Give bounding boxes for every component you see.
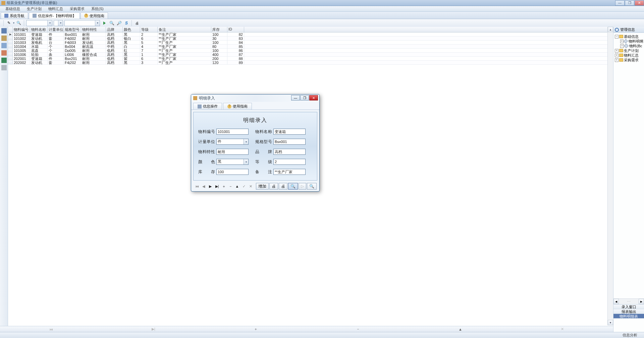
refresh-icon[interactable]: S [123, 20, 129, 26]
dialog-minimize-button[interactable]: ― [291, 95, 300, 100]
rb-input-window[interactable]: 录入窗口 [613, 305, 644, 309]
scroll-down-icon[interactable]: ▼ [608, 320, 613, 325]
restore-button[interactable]: ❐ [625, 0, 634, 6]
combo-unit[interactable]: 件▾ [216, 139, 249, 145]
col-feature[interactable]: 物料特性 [81, 27, 106, 32]
table-row[interactable]: 202002发动机套F4j202耐用高档黑3**厂生产12089 [8, 61, 613, 65]
dialog-titlebar[interactable]: 明细录入 ― ❐ ✕ [191, 94, 319, 102]
input-remark[interactable] [273, 169, 306, 175]
search-icon[interactable]: 🔍 [109, 20, 115, 26]
rail-tile-icon[interactable] [1, 36, 7, 41]
collapse-icon[interactable]: − [615, 35, 619, 39]
table-row[interactable]: 101004水箱个Bx004耐高温中档白4**生产厂家8085 [8, 45, 613, 49]
nav-prev-icon[interactable]: ▶| [152, 327, 155, 331]
col-material-name[interactable]: 物料名称 [30, 27, 48, 32]
tree-h-scrollbar[interactable]: ◀ ⋯ ▶ [613, 298, 644, 304]
menu-production-plan[interactable]: 生产计划 [23, 6, 45, 11]
expand-icon[interactable]: + [615, 54, 619, 57]
add-button[interactable]: 增加 [256, 183, 269, 190]
rail-table-icon[interactable] [1, 28, 7, 33]
col-stock[interactable]: 库存 [211, 27, 227, 32]
expand-icon[interactable]: + [620, 44, 624, 48]
expand-icon[interactable]: + [615, 49, 619, 53]
rb-selected[interactable]: 物料明细表 [613, 314, 644, 319]
col-brand[interactable]: 品牌 [106, 27, 123, 32]
nav-first-icon[interactable]: ⏮ [49, 327, 53, 331]
edit-icon[interactable]: ✎ [6, 20, 12, 26]
search-plus-icon[interactable]: 🔎 [116, 20, 122, 26]
table-row[interactable]: 101006轮胎条Lt006橡胶合成高档黑1**生产厂家40087 [8, 53, 613, 57]
nav-prev-icon[interactable]: ◀ [201, 183, 207, 189]
zoom-button[interactable]: 🔍 [288, 183, 298, 190]
expand-icon[interactable]: + [615, 58, 619, 62]
chevron-down-icon[interactable]: ▾ [244, 139, 248, 144]
input-brand[interactable] [273, 149, 306, 155]
nav-remove-icon[interactable]: － [356, 327, 360, 332]
nav-up-icon[interactable]: ▲ [234, 183, 240, 189]
nav-add-icon[interactable]: ＋ [221, 183, 227, 189]
print-button[interactable]: 🖨 [269, 183, 278, 190]
vertical-scrollbar[interactable]: ▲ ▼ [607, 27, 613, 325]
tree-leaf-material-detail[interactable]: + 物料明纲 [614, 39, 643, 44]
col-color[interactable]: 颜色 [123, 27, 140, 32]
scroll-up-icon[interactable]: ▲ [608, 27, 613, 32]
rail-doc-icon[interactable] [1, 43, 7, 48]
table-row[interactable]: 101005底盘个Dp005耐用低档红7**厂生产10086 [8, 49, 613, 53]
rail-trash-icon[interactable] [1, 65, 7, 70]
print-icon[interactable]: 🖨 [134, 20, 140, 26]
tree-node-basic[interactable]: − 基础信息 [614, 34, 643, 39]
menu-purchase-demand[interactable]: 采购需求 [66, 6, 88, 11]
table-row[interactable]: 202001变速箱件Bsx201耐用低档紫6**生产厂家20088 [8, 57, 613, 61]
table-row[interactable]: 101003发电机台F4j003发动机高档黑5**厂生产10084 [8, 41, 613, 45]
input-stock[interactable] [216, 169, 249, 175]
inspect-button[interactable]: 🔍 [307, 183, 317, 190]
nav-check-icon[interactable]: ✓ [241, 183, 247, 189]
col-material-no[interactable]: 物料编号 [13, 27, 30, 32]
filter-combo-1[interactable]: ▾ [26, 20, 52, 26]
filter-combo-3[interactable]: ▾ [64, 20, 100, 26]
rail-excel-icon[interactable] [1, 58, 7, 63]
play-button[interactable]: ▷ [299, 183, 306, 190]
scroll-left-icon[interactable]: ◀ [613, 299, 619, 304]
menu-material-summary[interactable]: 物料汇总 [45, 6, 66, 11]
col-unit[interactable]: 计量单位 [48, 27, 64, 32]
col-id[interactable]: ID [227, 27, 244, 32]
menu-system[interactable]: 系统(S) [88, 6, 107, 11]
nav-add-icon[interactable]: ＋ [254, 327, 258, 332]
nav-cancel-icon[interactable]: ✕ [561, 327, 564, 331]
combo-color[interactable]: 黑▾ [216, 159, 249, 165]
input-feature[interactable] [216, 149, 249, 155]
col-spec[interactable]: 规格型号 [64, 27, 81, 32]
dialog-close-button[interactable]: ✕ [309, 95, 318, 100]
tree-node-purchase[interactable]: + 采购需求 [614, 58, 643, 62]
tree-leaf-material-bc[interactable]: + 物料(Bc [614, 44, 643, 48]
chevron-down-icon[interactable]: ▾ [244, 159, 248, 164]
table-row[interactable]: ▶101001变速箱件Bsx001耐用高档黑2**生产厂家10082 [8, 32, 613, 37]
input-material-name[interactable] [273, 129, 306, 135]
nav-up-icon[interactable]: ▲ [459, 327, 462, 331]
dialog-tab-info[interactable]: 信息操作 [193, 103, 222, 110]
print-preview-button[interactable]: 🖨 [279, 183, 287, 190]
scroll-right-icon[interactable]: ▶ [639, 299, 644, 304]
rail-clip-icon[interactable] [1, 50, 7, 56]
dialog-maximize-button[interactable]: ❐ [300, 95, 309, 100]
dialog-tab-help[interactable]: ? 使用指南 [223, 103, 252, 110]
nav-last-icon[interactable]: ▶| [214, 183, 220, 189]
input-grade[interactable] [273, 159, 306, 165]
menu-basic-info[interactable]: 基础信息 [2, 6, 23, 11]
filter-combo-2[interactable]: ▾ [54, 20, 63, 26]
tab-info-operation[interactable]: 信息操作-【物料明细】 [29, 12, 80, 19]
col-remark[interactable]: 备注 [158, 27, 211, 32]
run-button[interactable] [101, 20, 107, 26]
nav-first-icon[interactable]: ⏮ [194, 183, 200, 189]
nav-cancel-icon[interactable]: ✕ [248, 183, 254, 189]
rb-report-output[interactable]: 报表输出 [613, 309, 644, 314]
table-row[interactable]: 101002发动机套F4j002耐用低档银白6**生产厂家3083 [8, 37, 613, 41]
nav-next-icon[interactable]: ▶ [207, 183, 213, 189]
nav-remove-icon[interactable]: － [227, 183, 233, 189]
tab-help[interactable]: ? 使用指南 [80, 12, 108, 19]
expand-icon[interactable]: + [620, 40, 624, 43]
tree-node-summary[interactable]: + 物料汇总 [614, 53, 643, 58]
minimize-button[interactable]: ― [615, 0, 625, 6]
zoom-icon[interactable]: 🔍 [16, 20, 22, 26]
